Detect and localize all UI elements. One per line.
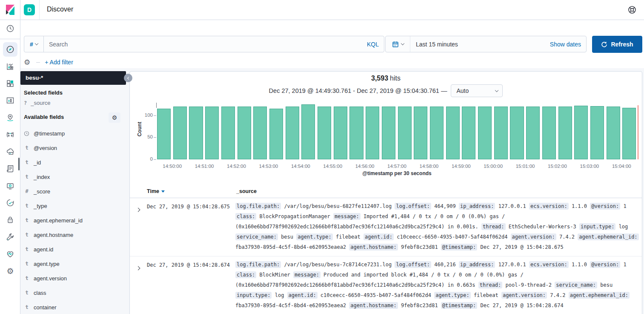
field-item-_source[interactable]: ? _source [24,100,50,106]
nav-item-visualize[interactable] [0,58,20,75]
field-name: _type [34,203,47,209]
query-language-filter-button[interactable]: # [24,36,44,52]
collapse-sidebar-button[interactable] [124,74,132,82]
histogram-bar[interactable] [414,107,427,159]
histogram-bar[interactable] [462,107,475,159]
field-item-class[interactable]: tclass [24,285,126,300]
current-time-marker [638,105,638,159]
nav-item-canvas[interactable] [0,92,20,109]
help-icon[interactable] [627,5,637,15]
histogram-bar[interactable] [366,107,379,159]
expand-row-chevron-icon[interactable] [137,264,142,269]
nav-rail-divider [0,39,20,39]
histogram-bar[interactable] [286,107,299,159]
field-value: 464,909 [431,203,459,209]
histogram-bar[interactable] [478,107,492,159]
kql-button[interactable]: KQL [367,41,384,48]
nav-item-metrics[interactable] [0,177,20,194]
time-range-value[interactable]: Last 15 minutes [410,41,550,48]
table-row[interactable]: Dec 27, 2019 @ 15:04:28.675log.file.path… [130,198,642,256]
clock-icon [3,21,17,36]
histogram-bar[interactable] [301,104,315,159]
histogram-bar[interactable] [607,107,620,159]
search-input[interactable]: Search [44,41,367,48]
nav-item-dashboard[interactable] [0,75,20,92]
histogram-bar[interactable] [398,107,412,159]
histogram-bar[interactable] [238,107,251,159]
field-item-agent.ephemeral_id[interactable]: tagent.ephemeral_id [24,213,126,228]
field-item-container[interactable]: tcontainer [24,300,126,314]
filter-settings-gear-icon[interactable]: ⚙ [24,58,30,67]
nav-item-stack-monitoring[interactable] [0,245,20,262]
histogram-bar[interactable] [494,107,508,159]
nav-item-recently-viewed[interactable] [0,20,20,37]
index-pattern-selector[interactable]: besu-* [20,71,126,85]
histogram-bar[interactable] [269,109,283,159]
nav-item-siem[interactable] [0,211,20,228]
column-header-time[interactable]: Time [147,188,165,194]
x-axis-tick-label: 14:50:00 [157,164,187,169]
expand-row-chevron-icon[interactable] [137,205,142,210]
field-value: log [615,224,628,230]
lock-icon [3,213,17,227]
field-item-agent.version[interactable]: tagent.version [24,271,126,285]
histogram-bar[interactable] [205,107,219,159]
field-settings-gear-icon[interactable]: ⚙ [109,112,120,123]
histogram-bar[interactable] [189,107,203,159]
histogram-bar[interactable] [558,107,572,159]
kibana-discover-app: ⚙ D Discover # Search KQL [0,0,644,314]
nav-item-maps[interactable] [0,109,20,126]
histogram-bar[interactable] [542,107,556,159]
field-name-pill: agent.ephemeral_id: [569,292,630,299]
nav-item-uptime[interactable] [0,194,20,211]
histogram-bar[interactable] [446,107,460,159]
field-value: pool-9-thread-2 [502,282,555,288]
field-item-agent.id[interactable]: tagent.id [24,242,126,256]
field-item-@timestamp[interactable]: @timestamp [24,126,126,141]
histogram-bar[interactable] [590,106,604,159]
nav-item-logs[interactable] [0,160,20,177]
field-name: agent.ephemeral_id [34,217,83,224]
nav-item-machine-learning[interactable] [0,126,20,143]
histogram-bar[interactable] [318,107,331,159]
refresh-button[interactable]: Refresh [592,36,642,53]
field-item-agent.hostname[interactable]: tagent.hostname [24,228,126,242]
calendar-button[interactable] [386,36,410,52]
field-item-_type[interactable]: t_type [24,199,126,213]
nav-item-dev-tools[interactable] [0,228,20,245]
histogram-bar[interactable] [253,107,267,159]
nav-item-management[interactable]: ⚙ [0,262,20,279]
histogram-bar[interactable] [221,107,235,159]
histogram-bar[interactable] [430,107,444,159]
field-value: 127.0.0.1 [495,262,529,268]
field-name-pill: input.type: [579,223,615,230]
field-item-@version[interactable]: t@version [24,141,126,155]
histogram-bar[interactable] [334,107,347,159]
add-filter-button[interactable]: + Add filter [45,59,73,66]
histogram-plot[interactable] [156,103,638,159]
histogram-bar[interactable] [382,107,395,159]
histogram-bar[interactable] [574,106,588,159]
interval-select[interactable]: Auto [451,84,503,97]
axis-domain-stub [156,103,157,108]
field-item-_score[interactable]: #_score [24,184,126,199]
histogram-bar[interactable] [622,108,636,159]
field-item-agent.type[interactable]: tagent.type [24,256,126,271]
table-row[interactable]: Dec 27, 2019 @ 15:04:28.674log.file.path… [130,256,642,314]
nav-item-discover[interactable] [0,41,20,58]
histogram-bar[interactable] [173,107,187,159]
kibana-logo[interactable] [0,0,20,20]
histogram-bar[interactable] [510,107,524,159]
field-name-pill: agent.hostname: [349,302,398,309]
nav-item-apm[interactable] [0,143,20,160]
histogram-bar[interactable] [157,109,171,159]
nav-rail-scrollbar-thumb[interactable] [18,158,20,170]
histogram-bar[interactable] [526,107,540,159]
field-item-_id[interactable]: t_id [24,155,126,170]
string-field-icon: t [24,159,30,165]
field-name: agent.type [34,261,60,267]
histogram-bar[interactable] [349,107,363,159]
field-item-_index[interactable]: t_index [24,170,126,184]
show-dates-button[interactable]: Show dates [550,41,586,48]
x-axis-tick-label: 14:53:00 [254,164,283,169]
